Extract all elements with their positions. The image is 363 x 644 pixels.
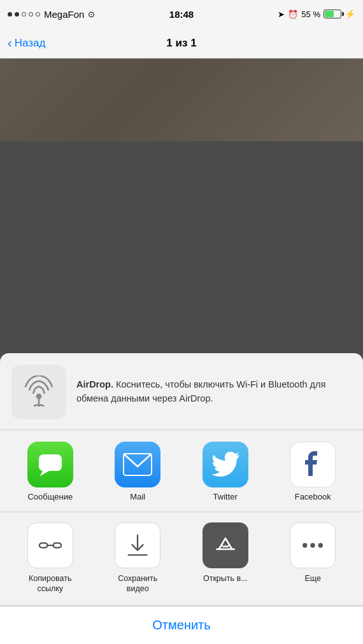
facebook-icon-svg — [300, 451, 325, 479]
messages-icon — [27, 442, 73, 487]
battery-bar — [324, 10, 341, 18]
messages-label: Сообщение — [27, 492, 73, 501]
apps-section: Сообщение Mail Twitter — [0, 430, 363, 512]
copy-link-label: Копироватьссылку — [29, 573, 71, 594]
dot-3 — [22, 12, 26, 17]
back-chevron-icon: ‹ — [8, 36, 12, 50]
open-in-icon-box — [203, 522, 248, 568]
airdrop-title: AirDrop. — [76, 379, 113, 389]
back-button[interactable]: ‹ Назад — [8, 36, 45, 50]
alarm-icon: ⏰ — [288, 10, 298, 19]
copy-link-icon-box — [27, 522, 73, 568]
twitter-label: Twitter — [213, 492, 238, 501]
more-icon — [301, 534, 324, 557]
action-more[interactable]: Еще — [278, 522, 348, 584]
twitter-icon-svg — [211, 452, 239, 477]
facebook-label: Facebook — [295, 492, 331, 501]
status-time: 18:48 — [169, 9, 194, 20]
app-messages[interactable]: Сообщение — [15, 442, 85, 501]
mail-icon-svg — [123, 453, 152, 476]
nav-title: 1 из 1 — [166, 37, 196, 50]
twitter-icon — [203, 442, 248, 487]
app-facebook[interactable]: Facebook — [278, 442, 348, 501]
app-mail[interactable]: Mail — [103, 442, 173, 501]
back-label: Назад — [15, 37, 46, 50]
svg-rect-2 — [39, 454, 62, 471]
svg-rect-6 — [53, 543, 61, 547]
messages-icon-svg — [36, 451, 64, 479]
svg-point-13 — [318, 543, 323, 547]
more-icon-box — [290, 522, 336, 568]
save-video-label: Сохранитьвидео — [118, 573, 157, 594]
airdrop-section[interactable]: AirDrop. Коснитесь, чтобы включить Wi-Fi… — [0, 353, 363, 430]
battery-percent: 55 % — [301, 10, 320, 19]
charging-icon: ⚡ — [345, 9, 355, 19]
dot-5 — [36, 12, 40, 17]
airdrop-body: Коснитесь, чтобы включить Wi-Fi и Blueto… — [76, 379, 325, 403]
airdrop-icon — [22, 375, 55, 409]
location-icon: ➤ — [278, 10, 285, 19]
airdrop-description: AirDrop. Коснитесь, чтобы включить Wi-Fi… — [76, 378, 352, 405]
action-open-in[interactable]: Открыть в... — [190, 522, 260, 584]
more-label: Еще — [305, 573, 321, 584]
svg-rect-5 — [39, 543, 48, 547]
cancel-button[interactable]: Отменить — [0, 606, 363, 644]
save-video-icon — [126, 534, 149, 557]
open-in-label: Открыть в... — [203, 573, 248, 584]
open-in-icon — [214, 534, 237, 557]
cancel-section: Отменить — [0, 606, 363, 644]
action-copy-link[interactable]: Копироватьссылку — [15, 522, 85, 594]
save-video-icon-box — [115, 522, 160, 568]
dot-2 — [15, 12, 19, 17]
copy-link-icon — [39, 534, 62, 557]
actions-section: Копироватьссылку Сохранитьвидео — [0, 512, 363, 606]
svg-point-11 — [302, 543, 307, 547]
wifi-icon: ⊙ — [88, 10, 95, 19]
facebook-icon — [290, 442, 336, 487]
signal-dots — [8, 12, 40, 17]
battery-fill — [325, 11, 334, 17]
action-save-video[interactable]: Сохранитьвидео — [103, 522, 173, 594]
battery-container — [324, 10, 341, 18]
airdrop-icon-box — [11, 365, 66, 419]
status-left: MegaFon ⊙ — [8, 9, 95, 20]
app-twitter[interactable]: Twitter — [190, 442, 260, 501]
status-right: ➤ ⏰ 55 % ⚡ — [278, 9, 355, 19]
dot-1 — [8, 12, 12, 17]
dot-4 — [29, 12, 33, 17]
mail-icon — [115, 442, 160, 487]
svg-point-12 — [311, 543, 315, 547]
share-sheet: AirDrop. Коснитесь, чтобы включить Wi-Fi… — [0, 353, 363, 645]
svg-marker-3 — [40, 471, 49, 476]
carrier-label: MegaFon — [44, 9, 84, 20]
mail-label: Mail — [130, 492, 145, 501]
status-bar: MegaFon ⊙ 18:48 ➤ ⏰ 55 % ⚡ — [0, 0, 363, 28]
nav-bar: ‹ Назад 1 из 1 — [0, 28, 363, 59]
